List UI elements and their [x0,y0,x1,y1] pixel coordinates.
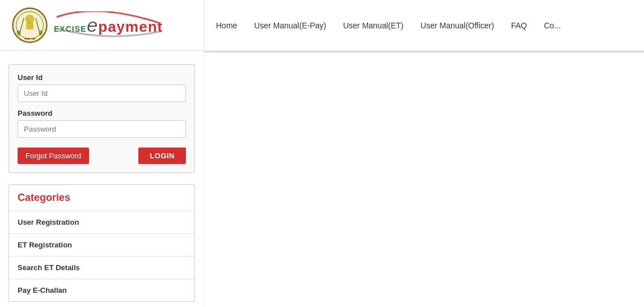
categories-box: Categories User Registration ET Registra… [9,184,195,302]
category-user-registration[interactable]: User Registration [9,211,194,234]
brand-text: EXCISE e payment [54,14,163,36]
payment-label: payment [98,18,163,36]
login-button-row: Forgot Password LOGIN [18,148,186,164]
main-content: User Id Password Forgot Password LOGIN C… [0,53,644,307]
password-input[interactable] [18,120,186,138]
nav-home[interactable]: Home [216,18,237,33]
nav-contact[interactable]: Co... [544,18,561,33]
password-label: Password [18,109,186,117]
login-box: User Id Password Forgot Password LOGIN [9,64,195,173]
svg-point-2 [26,15,35,24]
forgot-password-button[interactable]: Forgot Password [18,148,89,164]
nav-user-manual-epay[interactable]: User Manual(E-Pay) [254,18,326,33]
category-pay-e-challan[interactable]: Pay E-Challan [9,279,194,301]
nav-faq[interactable]: FAQ [511,18,527,33]
categories-title: Categories [9,185,194,211]
brand-logo: EXCISE e payment [54,14,163,36]
main-nav: Home User Manual(E-Pay) User Manual(ET) … [204,0,644,51]
e-letter: e [87,14,98,36]
category-et-registration[interactable]: ET Registration [9,234,194,256]
category-search-et-details[interactable]: Search ET Details [9,256,194,279]
sidebar: User Id Password Forgot Password LOGIN C… [0,53,204,307]
svg-text:सत्यमेव जयते: सत्यमेव जयते [24,37,35,40]
excise-label: EXCISE [54,24,86,33]
login-button[interactable]: LOGIN [138,148,186,164]
nav-user-manual-officer[interactable]: User Manual(Officer) [421,18,494,33]
user-id-input[interactable] [18,85,186,102]
nav-user-manual-et[interactable]: User Manual(ET) [343,18,404,33]
logo-area: सत्यमेव जयते EXCISE e payment [0,7,204,44]
header: सत्यमेव जयते EXCISE e payment [0,0,644,51]
user-id-label: User Id [18,73,186,82]
state-emblem: सत्यमेव जयते [11,7,48,44]
right-main-area [204,53,644,307]
svg-rect-3 [26,23,33,30]
